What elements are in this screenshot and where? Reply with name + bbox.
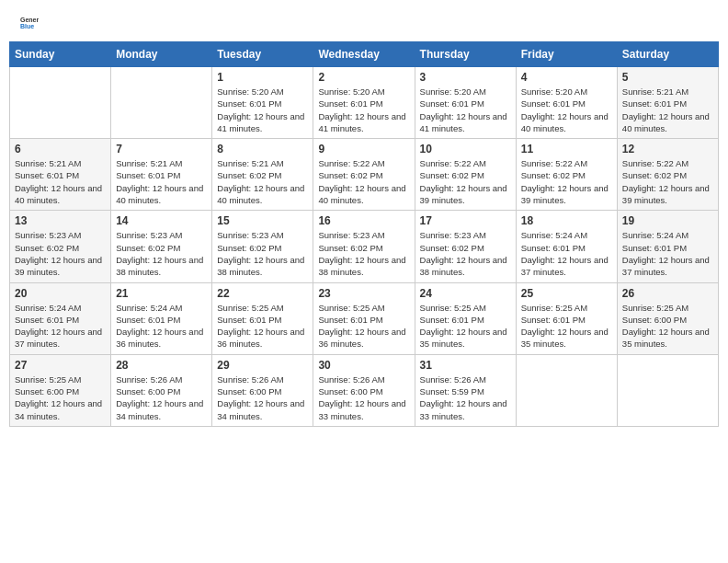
- day-number: 28: [116, 359, 207, 372]
- day-info: Sunrise: 5:20 AM Sunset: 6:01 PM Dayligh…: [318, 86, 409, 134]
- day-number: 22: [217, 287, 308, 300]
- day-info: Sunrise: 5:23 AM Sunset: 6:02 PM Dayligh…: [116, 229, 207, 278]
- day-info: Sunrise: 5:24 AM Sunset: 6:01 PM Dayligh…: [622, 229, 713, 278]
- calendar-cell: 1Sunrise: 5:20 AM Sunset: 6:01 PM Daylig…: [212, 67, 313, 139]
- calendar-week-5: 27Sunrise: 5:25 AM Sunset: 6:00 PM Dayli…: [10, 354, 719, 426]
- day-number: 13: [15, 214, 106, 227]
- calendar-week-2: 6Sunrise: 5:21 AM Sunset: 6:01 PM Daylig…: [10, 139, 719, 211]
- day-info: Sunrise: 5:22 AM Sunset: 6:02 PM Dayligh…: [420, 157, 511, 206]
- day-info: Sunrise: 5:22 AM Sunset: 6:02 PM Dayligh…: [622, 157, 713, 206]
- calendar-cell: 24Sunrise: 5:25 AM Sunset: 6:01 PM Dayli…: [415, 282, 516, 354]
- day-number: 14: [116, 214, 207, 227]
- day-info: Sunrise: 5:26 AM Sunset: 6:00 PM Dayligh…: [318, 373, 409, 422]
- calendar-cell: 6Sunrise: 5:21 AM Sunset: 6:01 PM Daylig…: [10, 139, 111, 211]
- calendar-header-row: SundayMondayTuesdayWednesdayThursdayFrid…: [10, 42, 719, 67]
- logo: General Blue: [18, 18, 39, 32]
- day-info: Sunrise: 5:21 AM Sunset: 6:01 PM Dayligh…: [116, 157, 207, 206]
- calendar-cell: 12Sunrise: 5:22 AM Sunset: 6:02 PM Dayli…: [617, 139, 718, 211]
- calendar-cell: [111, 67, 212, 139]
- day-number: 2: [318, 71, 409, 84]
- calendar-cell: 20Sunrise: 5:24 AM Sunset: 6:01 PM Dayli…: [10, 282, 111, 354]
- day-number: 27: [15, 359, 106, 372]
- day-info: Sunrise: 5:26 AM Sunset: 6:00 PM Dayligh…: [217, 373, 308, 422]
- day-number: 20: [15, 287, 106, 300]
- day-header-thursday: Thursday: [415, 42, 516, 67]
- day-number: 10: [420, 143, 511, 155]
- calendar-cell: 26Sunrise: 5:25 AM Sunset: 6:00 PM Dayli…: [617, 282, 718, 354]
- calendar-cell: 15Sunrise: 5:23 AM Sunset: 6:02 PM Dayli…: [212, 211, 313, 282]
- calendar-cell: 9Sunrise: 5:22 AM Sunset: 6:02 PM Daylig…: [313, 139, 415, 211]
- calendar-cell: 18Sunrise: 5:24 AM Sunset: 6:01 PM Dayli…: [516, 211, 617, 282]
- calendar-cell: 17Sunrise: 5:23 AM Sunset: 6:02 PM Dayli…: [415, 211, 516, 282]
- calendar-week-1: 1Sunrise: 5:20 AM Sunset: 6:01 PM Daylig…: [10, 67, 719, 139]
- calendar-cell: 3Sunrise: 5:20 AM Sunset: 6:01 PM Daylig…: [415, 67, 516, 139]
- calendar-cell: 30Sunrise: 5:26 AM Sunset: 6:00 PM Dayli…: [313, 354, 415, 426]
- day-info: Sunrise: 5:20 AM Sunset: 6:01 PM Dayligh…: [217, 86, 308, 134]
- calendar-cell: [516, 354, 617, 426]
- day-number: 31: [420, 359, 511, 372]
- day-info: Sunrise: 5:21 AM Sunset: 6:01 PM Dayligh…: [622, 86, 713, 134]
- day-info: Sunrise: 5:20 AM Sunset: 6:01 PM Dayligh…: [420, 86, 511, 134]
- calendar-table: SundayMondayTuesdayWednesdayThursdayFrid…: [9, 41, 719, 427]
- day-info: Sunrise: 5:21 AM Sunset: 6:01 PM Dayligh…: [15, 157, 106, 206]
- day-info: Sunrise: 5:20 AM Sunset: 6:01 PM Dayligh…: [521, 86, 612, 134]
- calendar-cell: 5Sunrise: 5:21 AM Sunset: 6:01 PM Daylig…: [617, 67, 718, 139]
- calendar-cell: 2Sunrise: 5:20 AM Sunset: 6:01 PM Daylig…: [313, 67, 415, 139]
- day-number: 17: [420, 214, 511, 227]
- day-info: Sunrise: 5:25 AM Sunset: 6:00 PM Dayligh…: [622, 302, 713, 350]
- day-number: 4: [521, 71, 612, 84]
- day-header-wednesday: Wednesday: [313, 42, 415, 67]
- day-number: 29: [217, 359, 308, 372]
- calendar-cell: 28Sunrise: 5:26 AM Sunset: 6:00 PM Dayli…: [111, 354, 212, 426]
- calendar-cell: 31Sunrise: 5:26 AM Sunset: 5:59 PM Dayli…: [415, 354, 516, 426]
- day-info: Sunrise: 5:21 AM Sunset: 6:02 PM Dayligh…: [217, 157, 308, 206]
- day-number: 24: [420, 287, 511, 300]
- calendar-cell: 22Sunrise: 5:25 AM Sunset: 6:01 PM Dayli…: [212, 282, 313, 354]
- generalblue-logo-icon: General Blue: [20, 14, 39, 32]
- day-number: 26: [622, 287, 713, 300]
- day-number: 19: [622, 214, 713, 227]
- calendar-cell: 29Sunrise: 5:26 AM Sunset: 6:00 PM Dayli…: [212, 354, 313, 426]
- svg-text:Blue: Blue: [20, 23, 34, 29]
- day-number: 1: [217, 71, 308, 84]
- calendar-cell: 25Sunrise: 5:25 AM Sunset: 6:01 PM Dayli…: [516, 282, 617, 354]
- day-info: Sunrise: 5:23 AM Sunset: 6:02 PM Dayligh…: [15, 229, 106, 278]
- day-number: 8: [217, 143, 308, 155]
- calendar-cell: 10Sunrise: 5:22 AM Sunset: 6:02 PM Dayli…: [415, 139, 516, 211]
- calendar-cell: 27Sunrise: 5:25 AM Sunset: 6:00 PM Dayli…: [10, 354, 111, 426]
- day-number: 15: [217, 214, 308, 227]
- day-info: Sunrise: 5:26 AM Sunset: 5:59 PM Dayligh…: [420, 373, 511, 422]
- calendar-week-3: 13Sunrise: 5:23 AM Sunset: 6:02 PM Dayli…: [10, 211, 719, 282]
- calendar-cell: 14Sunrise: 5:23 AM Sunset: 6:02 PM Dayli…: [111, 211, 212, 282]
- day-number: 6: [15, 143, 106, 155]
- calendar-cell: 16Sunrise: 5:23 AM Sunset: 6:02 PM Dayli…: [313, 211, 415, 282]
- day-number: 3: [420, 71, 511, 84]
- calendar-cell: 21Sunrise: 5:24 AM Sunset: 6:01 PM Dayli…: [111, 282, 212, 354]
- day-number: 7: [116, 143, 207, 155]
- day-header-saturday: Saturday: [617, 42, 718, 67]
- day-info: Sunrise: 5:25 AM Sunset: 6:01 PM Dayligh…: [318, 302, 409, 350]
- calendar-cell: 23Sunrise: 5:25 AM Sunset: 6:01 PM Dayli…: [313, 282, 415, 354]
- day-info: Sunrise: 5:25 AM Sunset: 6:01 PM Dayligh…: [521, 302, 612, 350]
- svg-text:General: General: [20, 17, 39, 23]
- calendar-body: 1Sunrise: 5:20 AM Sunset: 6:01 PM Daylig…: [10, 67, 719, 427]
- day-number: 16: [318, 214, 409, 227]
- day-info: Sunrise: 5:24 AM Sunset: 6:01 PM Dayligh…: [521, 229, 612, 278]
- day-number: 11: [521, 143, 612, 155]
- day-info: Sunrise: 5:22 AM Sunset: 6:02 PM Dayligh…: [521, 157, 612, 206]
- day-header-sunday: Sunday: [10, 42, 111, 67]
- calendar-cell: 13Sunrise: 5:23 AM Sunset: 6:02 PM Dayli…: [10, 211, 111, 282]
- day-info: Sunrise: 5:25 AM Sunset: 6:00 PM Dayligh…: [15, 373, 106, 422]
- calendar-week-4: 20Sunrise: 5:24 AM Sunset: 6:01 PM Dayli…: [10, 282, 719, 354]
- day-info: Sunrise: 5:24 AM Sunset: 6:01 PM Dayligh…: [116, 302, 207, 350]
- calendar-cell: 19Sunrise: 5:24 AM Sunset: 6:01 PM Dayli…: [617, 211, 718, 282]
- calendar-cell: [617, 354, 718, 426]
- day-info: Sunrise: 5:23 AM Sunset: 6:02 PM Dayligh…: [217, 229, 308, 278]
- calendar-cell: 4Sunrise: 5:20 AM Sunset: 6:01 PM Daylig…: [516, 67, 617, 139]
- day-header-friday: Friday: [516, 42, 617, 67]
- day-number: 21: [116, 287, 207, 300]
- day-info: Sunrise: 5:25 AM Sunset: 6:01 PM Dayligh…: [420, 302, 511, 350]
- day-number: 18: [521, 214, 612, 227]
- day-info: Sunrise: 5:23 AM Sunset: 6:02 PM Dayligh…: [318, 229, 409, 278]
- day-number: 23: [318, 287, 409, 300]
